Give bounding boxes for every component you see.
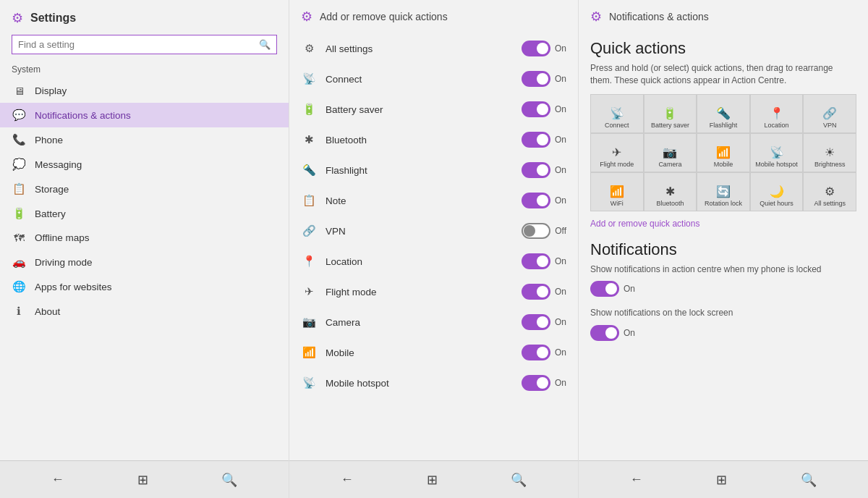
toggle-track-batterysaver[interactable] bbox=[522, 101, 550, 117]
phone-icon: 📞 bbox=[12, 133, 26, 146]
toggle-track-flightmode[interactable] bbox=[522, 284, 550, 300]
notif2-toggle-label: On bbox=[624, 328, 635, 338]
quick-actions-title: Quick actions bbox=[590, 39, 856, 58]
back-button-2[interactable]: ← bbox=[333, 468, 361, 491]
toggle-label-note: Note bbox=[326, 195, 346, 206]
toggle-label-flightmode: Flight mode bbox=[326, 287, 377, 297]
toggle-switch-bluetooth[interactable]: On bbox=[522, 132, 566, 148]
add-remove-link[interactable]: Add or remove quick actions bbox=[590, 219, 856, 229]
nav-item-battery[interactable]: 🔋 Battery bbox=[0, 201, 289, 226]
search-button-2[interactable]: 🔍 bbox=[503, 468, 534, 492]
qa-cell-allsettings[interactable]: ⚙ All settings bbox=[804, 173, 856, 211]
qa-cell-brightness[interactable]: ☀ Brightness bbox=[804, 134, 856, 172]
qa-cell-location[interactable]: 📍 Location bbox=[751, 95, 803, 132]
qa-cell-quiethours[interactable]: 🌙 Quiet hours bbox=[751, 173, 803, 211]
nav-item-messaging[interactable]: 💭 Messaging bbox=[0, 152, 289, 177]
toggle-label-mobile: Mobile bbox=[326, 347, 354, 358]
qa-cell-vpn[interactable]: 🔗 VPN bbox=[804, 95, 856, 132]
toggle-label-bluetooth: Bluetooth bbox=[326, 135, 367, 145]
toggle-track-mobilehotspot[interactable] bbox=[522, 375, 550, 391]
nav-item-storage[interactable]: 📋 Storage bbox=[0, 177, 289, 201]
qa-cell-rotationlock[interactable]: 🔄 Rotation lock bbox=[697, 173, 749, 211]
toggle-track-location[interactable] bbox=[522, 253, 550, 269]
notif1-toggle-track[interactable] bbox=[590, 281, 619, 297]
bluetooth-icon: ✱ bbox=[301, 133, 317, 146]
qa-cell-flightmode[interactable]: ✈ Flight mode bbox=[591, 134, 643, 172]
qa-brightness-icon: ☀ bbox=[825, 145, 835, 159]
nav-item-apps-websites[interactable]: 🌐 Apps for websites bbox=[0, 274, 289, 299]
toggle-switch-flightmode[interactable]: On bbox=[522, 284, 566, 300]
nav-label-display: Display bbox=[35, 85, 67, 96]
system-label: System bbox=[0, 63, 289, 79]
qa-cell-mobile[interactable]: 📶 Mobile bbox=[697, 134, 749, 172]
toggle-item-bluetooth: ✱ Bluetooth On bbox=[289, 124, 578, 155]
qa-wifi-label: WiFi bbox=[610, 200, 624, 208]
toggle-switch-vpn[interactable]: Off bbox=[522, 223, 566, 239]
home-button-3[interactable]: ⊞ bbox=[709, 468, 734, 492]
qa-cell-connect[interactable]: 📡 Connect bbox=[591, 95, 643, 132]
search-button-3[interactable]: 🔍 bbox=[793, 468, 824, 492]
toggle-track-vpn[interactable] bbox=[522, 223, 550, 239]
back-button-3[interactable]: ← bbox=[623, 468, 650, 491]
toggle-track-mobile[interactable] bbox=[522, 345, 550, 360]
toggle-label-location: Location bbox=[326, 256, 362, 267]
nav-label-about: About bbox=[35, 306, 60, 317]
driving-icon: 🚗 bbox=[12, 256, 26, 269]
notifications-icon: 💬 bbox=[12, 109, 26, 122]
notif1-desc: Show notifications in action centre when… bbox=[590, 263, 856, 276]
note-icon: 📋 bbox=[301, 194, 317, 207]
toggle-track-connect[interactable] bbox=[522, 71, 550, 87]
qa-camera-label: Camera bbox=[658, 161, 681, 169]
toggle-track-bluetooth[interactable] bbox=[522, 132, 550, 148]
toggle-track-flashlight[interactable] bbox=[522, 162, 550, 178]
toggle-state-allsettings: On bbox=[555, 43, 566, 54]
toggle-switch-connect[interactable]: On bbox=[522, 71, 566, 87]
notifications-title: Notifications bbox=[590, 240, 856, 259]
nav-item-offline-maps[interactable]: 🗺 Offline maps bbox=[0, 226, 289, 250]
toggle-state-flightmode: On bbox=[555, 287, 566, 297]
toggle-track-allsettings[interactable] bbox=[522, 41, 550, 56]
toggle-switch-mobilehotspot[interactable]: On bbox=[522, 375, 566, 391]
toggle-switch-note[interactable]: On bbox=[522, 193, 566, 208]
nav-item-phone[interactable]: 📞 Phone bbox=[0, 127, 289, 152]
toggle-switch-mobile[interactable]: On bbox=[522, 345, 566, 360]
qa-quiethours-label: Quiet hours bbox=[760, 200, 793, 208]
toggle-track-camera[interactable] bbox=[522, 314, 550, 330]
toggle-switch-location[interactable]: On bbox=[522, 253, 566, 269]
nav-item-driving-mode[interactable]: 🚗 Driving mode bbox=[0, 250, 289, 274]
home-button-1[interactable]: ⊞ bbox=[130, 468, 156, 492]
qa-cell-batterysaver[interactable]: 🔋 Battery saver bbox=[644, 95, 697, 132]
search-box[interactable]: 🔍 bbox=[12, 35, 277, 54]
panel3-gear-icon: ⚙ bbox=[590, 9, 602, 25]
toggle-switch-flashlight[interactable]: On bbox=[522, 162, 566, 178]
toggle-switch-camera[interactable]: On bbox=[522, 314, 566, 330]
toggle-state-mobile: On bbox=[555, 347, 566, 358]
qa-cell-bluetooth[interactable]: ✱ Bluetooth bbox=[644, 173, 697, 211]
notif2-toggle-track[interactable] bbox=[590, 325, 619, 341]
nav-label-offline-maps: Offline maps bbox=[35, 232, 90, 243]
mobilehotspot-icon: 📡 bbox=[301, 376, 317, 389]
toggle-state-note: On bbox=[555, 195, 566, 206]
panel3-title: Notifications & actions bbox=[609, 11, 709, 22]
toggle-switch-batterysaver[interactable]: On bbox=[522, 101, 566, 117]
home-button-2[interactable]: ⊞ bbox=[420, 468, 445, 492]
nav-item-notifications[interactable]: 💬 Notifications & actions bbox=[0, 103, 289, 127]
flightmode-icon: ✈ bbox=[301, 285, 317, 298]
qa-location-icon: 📍 bbox=[770, 106, 784, 120]
nav-label-driving-mode: Driving mode bbox=[35, 257, 93, 268]
nav-item-about[interactable]: ℹ About bbox=[0, 299, 289, 324]
qa-cell-mobilehotspot[interactable]: 📡 Mobile hotspot bbox=[751, 134, 803, 172]
nav-label-battery: Battery bbox=[35, 208, 66, 219]
qa-cell-wifi[interactable]: 📶 WiFi bbox=[591, 173, 643, 211]
qa-cell-camera[interactable]: 📷 Camera bbox=[644, 134, 697, 172]
vpn-icon: 🔗 bbox=[301, 224, 317, 237]
search-input[interactable] bbox=[18, 39, 259, 50]
nav-item-display[interactable]: 🖥 Display bbox=[0, 79, 289, 103]
toggle-item-location: 📍 Location On bbox=[289, 246, 578, 277]
search-button-1[interactable]: 🔍 bbox=[214, 468, 244, 492]
toggle-label-camera: Camera bbox=[326, 317, 360, 328]
toggle-track-note[interactable] bbox=[522, 193, 550, 208]
qa-cell-flashlight[interactable]: 🔦 Flashlight bbox=[697, 95, 749, 132]
back-button-1[interactable]: ← bbox=[44, 468, 72, 491]
toggle-switch-allsettings[interactable]: On bbox=[522, 41, 566, 56]
